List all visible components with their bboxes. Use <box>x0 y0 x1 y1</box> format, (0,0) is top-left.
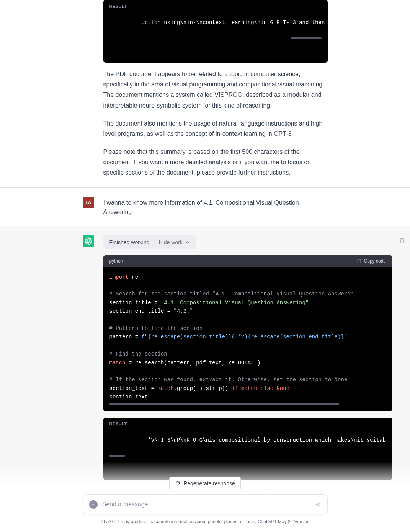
user-message: LA I wanna to know more information of 4… <box>0 188 410 226</box>
working-badge: Finished working Hide work <box>103 235 196 249</box>
gpt-avatar <box>83 235 94 247</box>
copy-code-button[interactable]: Copy code <box>356 258 386 264</box>
result-label: RESULT <box>109 421 127 426</box>
python-code-body: import re # Search for the section title… <box>103 267 392 411</box>
user-avatar: LA <box>83 197 94 208</box>
assistant-prose-1: The PDF document appears to be related t… <box>103 69 328 178</box>
result-code-1: uction using\nin-\ncontext learning\nin … <box>103 10 328 63</box>
scrollbar-indicator[interactable] <box>291 37 322 39</box>
version-link[interactable]: ChatGPT May 24 Version <box>258 519 310 524</box>
message-input[interactable] <box>102 501 314 508</box>
scrollbar-indicator[interactable] <box>109 403 339 405</box>
code-language: python <box>109 258 123 264</box>
send-button[interactable] <box>314 501 321 508</box>
prose-paragraph: Please note that this summary is based o… <box>103 147 328 178</box>
gpt-logo-icon <box>85 237 92 245</box>
message-input-box: + <box>83 494 328 514</box>
assistant-message-1: RESULT uction using\nin-\ncontext learni… <box>0 0 410 188</box>
user-text: I wanna to know more information of 4.1.… <box>103 197 328 217</box>
hide-work-toggle[interactable]: Hide work <box>159 239 190 245</box>
svg-rect-1 <box>400 239 404 243</box>
copy-message-button[interactable] <box>398 237 406 245</box>
python-code-block: python Copy code import re # Search for … <box>103 255 392 411</box>
prose-paragraph: The document also mentions the usage of … <box>103 118 328 139</box>
result-label: RESULT <box>109 4 127 8</box>
clipboard-icon <box>399 238 405 244</box>
send-icon <box>314 501 321 508</box>
chevron-up-icon <box>185 240 190 245</box>
working-status: Finished working <box>109 239 150 245</box>
input-area: Regenerate response + ChatGPT may produc… <box>0 462 410 532</box>
add-button[interactable]: + <box>89 500 98 509</box>
regenerate-button[interactable]: Regenerate response <box>169 477 241 490</box>
scrollbar-indicator[interactable] <box>109 455 125 457</box>
refresh-icon <box>175 481 180 486</box>
clipboard-icon <box>356 258 362 264</box>
result-block-1: RESULT uction using\nin-\ncontext learni… <box>103 0 328 63</box>
footer-disclaimer: ChatGPT may produce inaccurate informati… <box>83 519 328 524</box>
svg-rect-0 <box>358 259 361 263</box>
prose-paragraph: The PDF document appears to be related t… <box>103 69 328 111</box>
